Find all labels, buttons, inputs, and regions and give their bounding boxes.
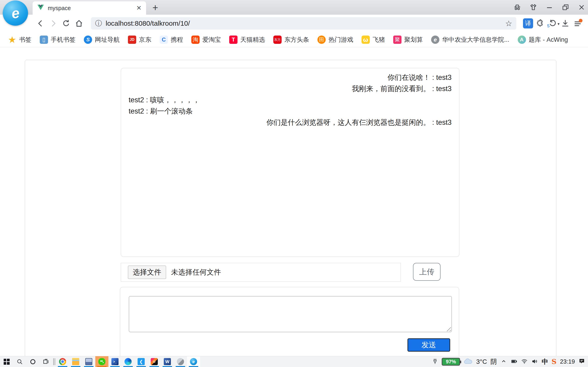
wifi-icon[interactable] xyxy=(521,358,528,366)
taskbar-app-remote-desktop[interactable] xyxy=(82,356,95,367)
sogou-input-icon[interactable]: S xyxy=(552,358,556,366)
bookmark-item-dongfang[interactable]: 东方 东方头条 xyxy=(270,34,313,45)
taskbar-app-chrome[interactable] xyxy=(56,356,69,367)
home-button[interactable] xyxy=(73,17,86,30)
close-button[interactable] xyxy=(578,3,586,11)
weather-temperature[interactable]: 3°C xyxy=(476,358,487,365)
restore-button[interactable] xyxy=(561,3,570,11)
star-icon: ★ xyxy=(8,35,16,44)
bookmarks-bar: ★ 书签 ▯ 手机书签 S 网址导航 JD 京东 C 携程 淘 爱淘宝 T 天猫… xyxy=(0,32,588,47)
choose-file-button[interactable]: 选择文件 xyxy=(128,266,166,279)
chat-message: 你们是什么浏览器呀，这人有仨浏览器也是挺闲的。 : test3 xyxy=(129,117,451,128)
intellij-idea-icon: IJ xyxy=(151,358,158,365)
bookmark-item-hzau[interactable]: e 华中农业大学信息学院... xyxy=(428,34,513,45)
running-indicator xyxy=(110,366,120,367)
jd-icon: JD xyxy=(128,35,136,44)
back-button[interactable] xyxy=(34,17,47,30)
taskbar-app-file-explorer[interactable] xyxy=(69,356,82,367)
bookmark-item-nav[interactable]: S 网址导航 xyxy=(80,34,123,45)
send-button[interactable]: 发送 xyxy=(407,338,450,352)
browser-titlebar: myspace ✕ + e xyxy=(0,0,588,15)
tab-close-icon[interactable]: ✕ xyxy=(136,5,141,11)
bookmark-item-taobao[interactable]: 淘 爱淘宝 xyxy=(188,34,225,45)
taskbar-app-powershell[interactable]: >_ xyxy=(108,356,121,367)
notification-center-icon[interactable] xyxy=(578,358,585,366)
page-content: 你们在说啥！ : test3 我刚来，前面的没看到。 : test3 test2… xyxy=(0,48,588,356)
taskbar-app-vscode[interactable]: ❮ xyxy=(135,356,148,367)
file-status-text: 未选择任何文件 xyxy=(171,267,221,277)
running-indicator xyxy=(176,366,185,367)
tab-title: myspace xyxy=(48,5,132,11)
taskbar-app-idea[interactable]: IJ xyxy=(148,356,161,367)
chat-message: test2 : 咳咳，，，，， xyxy=(129,94,451,106)
photos-icon xyxy=(177,358,184,365)
running-indicator xyxy=(149,366,159,367)
weather-condition[interactable]: 阴 xyxy=(490,357,497,366)
site-info-icon[interactable]: ⓘ xyxy=(95,20,102,27)
word-icon: W xyxy=(164,358,171,365)
url-text[interactable]: localhost:8080/talkroom/10/ xyxy=(106,19,502,27)
translate-button[interactable]: 译 xyxy=(522,17,534,30)
bookmark-item-juhuasuan[interactable]: 聚 聚划算 xyxy=(390,34,426,45)
bookmark-item-tmall[interactable]: T 天猫精选 xyxy=(226,34,268,45)
chat-message-panel[interactable]: 你们在说啥！ : test3 我刚来，前面的没看到。 : test3 test2… xyxy=(121,68,459,257)
forward-button[interactable] xyxy=(47,17,60,30)
taskbar-app-word[interactable]: W xyxy=(161,356,174,367)
bookmark-item-acwing[interactable]: A 题库 - AcWing xyxy=(514,34,571,45)
weather-cloud-icon[interactable] xyxy=(464,357,473,366)
chat-message: 我刚来，前面的没看到。 : test3 xyxy=(129,83,451,94)
bookmark-item-mobile[interactable]: ▯ 手机书签 xyxy=(36,34,79,45)
ime-indicator[interactable]: 中 xyxy=(542,357,548,366)
wechat-icon xyxy=(98,358,105,365)
battery-icon[interactable] xyxy=(510,358,518,366)
bookmark-item-ctrip[interactable]: C 携程 xyxy=(156,34,187,45)
browser-logo[interactable]: e xyxy=(3,0,28,26)
minimize-button[interactable] xyxy=(545,3,553,11)
file-input-row: 选择文件 未选择任何文件 xyxy=(121,263,401,282)
running-indicator xyxy=(97,366,107,367)
nav-icon: S xyxy=(84,35,92,44)
taskbar-clock[interactable]: 23:19 xyxy=(560,358,575,365)
task-view-button[interactable] xyxy=(39,356,52,367)
downloads-button[interactable] xyxy=(559,17,571,30)
new-tab-button[interactable]: + xyxy=(150,2,161,13)
phone-icon: ▯ xyxy=(40,35,48,44)
composer-panel: 发送 xyxy=(120,287,459,356)
message-textarea[interactable] xyxy=(129,296,452,332)
edge-icon xyxy=(124,358,132,365)
chrome-icon xyxy=(59,358,66,365)
taskbar-app-e-browser[interactable]: e xyxy=(187,356,200,367)
undo-history-button[interactable]: 5 ▾ xyxy=(547,17,559,30)
taskbar-app-edge[interactable] xyxy=(121,356,135,367)
taskbar-app-wechat[interactable] xyxy=(95,356,108,367)
bookmark-item-games[interactable]: 田 热门游戏 xyxy=(314,34,357,45)
chat-message: test2 : 刷一个滚动条 xyxy=(129,106,451,117)
extensions-icon[interactable] xyxy=(534,17,547,30)
browser-tab-myspace[interactable]: myspace ✕ xyxy=(33,1,146,15)
bookmark-item-fliggy[interactable]: ω 飞猪 xyxy=(358,34,389,45)
bookmark-star-icon[interactable]: ☆ xyxy=(505,19,512,27)
running-indicator xyxy=(71,366,80,367)
incognito-icon[interactable] xyxy=(513,3,521,11)
cortana-button[interactable] xyxy=(26,356,39,367)
e-browser-icon: e xyxy=(190,358,197,365)
theme-shirt-icon[interactable] xyxy=(529,3,537,11)
vue-favicon-icon xyxy=(37,4,44,12)
reload-button[interactable] xyxy=(60,17,73,30)
running-indicator xyxy=(137,366,146,367)
volume-icon[interactable] xyxy=(531,358,538,366)
dongfang-icon: 东方 xyxy=(273,35,282,44)
bookmark-item-shuqian[interactable]: ★ 书签 xyxy=(5,34,35,45)
menu-button[interactable] xyxy=(571,17,584,30)
address-bar[interactable]: ⓘ localhost:8080/talkroom/10/ ☆ xyxy=(91,17,516,30)
battery-percent-badge[interactable]: 97% xyxy=(442,358,460,366)
upload-button[interactable]: 上传 xyxy=(413,263,441,281)
start-button[interactable] xyxy=(0,356,13,367)
hzau-icon: e xyxy=(431,35,439,44)
taskbar-app-photos[interactable] xyxy=(174,356,187,367)
bookmark-item-jd[interactable]: JD 京东 xyxy=(124,34,155,45)
tray-chevron-up-icon[interactable] xyxy=(500,358,507,366)
taskbar-search-button[interactable] xyxy=(13,356,26,367)
power-plug-icon xyxy=(432,358,438,365)
windows-logo-icon xyxy=(4,359,10,365)
